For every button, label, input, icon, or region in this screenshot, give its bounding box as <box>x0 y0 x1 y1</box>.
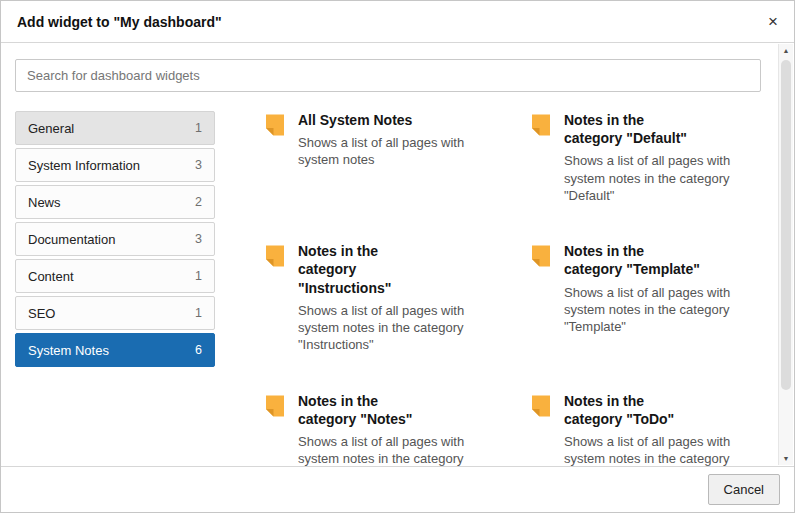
cancel-button[interactable]: Cancel <box>708 474 780 505</box>
widget-title: Notes in the category "Notes" <box>298 392 438 428</box>
widget-description: Shows a list of all pages with system no… <box>564 433 734 466</box>
widget-title: Notes in the category "Template" <box>564 242 704 278</box>
search-input[interactable] <box>15 59 761 92</box>
scroll-down-icon[interactable]: ▼ <box>783 455 790 462</box>
category-item-seo[interactable]: SEO 1 <box>15 296 215 330</box>
dialog-body: General 1 System Information 3 News 2 Do… <box>1 43 794 466</box>
category-list: General 1 System Information 3 News 2 Do… <box>15 111 215 370</box>
dialog-footer: Cancel <box>1 466 794 512</box>
category-label: SEO <box>28 306 55 321</box>
category-item-documentation[interactable]: Documentation 3 <box>15 222 215 256</box>
close-icon[interactable]: × <box>768 13 778 30</box>
widget-description: Shows a list of all pages with system no… <box>298 134 495 169</box>
note-icon <box>529 244 553 268</box>
widget-all-system-notes[interactable]: All System Notes Shows a list of all pag… <box>263 111 511 204</box>
widget-title: Notes in the category "Default" <box>564 111 704 147</box>
category-count: 3 <box>195 232 202 246</box>
category-item-system-notes[interactable]: System Notes 6 <box>15 333 215 367</box>
category-item-general[interactable]: General 1 <box>15 111 215 145</box>
category-label: System Information <box>28 158 140 173</box>
category-label: General <box>28 121 74 136</box>
widget-notes-template[interactable]: Notes in the category "Template" Shows a… <box>529 242 759 353</box>
category-count: 6 <box>195 343 202 357</box>
content-row: General 1 System Information 3 News 2 Do… <box>15 111 761 466</box>
widget-text: Notes in the category "Instructions" Sho… <box>298 242 495 353</box>
widget-description: Shows a list of all pages with system no… <box>298 433 495 466</box>
widget-title: All System Notes <box>298 111 438 129</box>
widget-text: Notes in the category "Default" Shows a … <box>564 111 734 204</box>
widget-text: Notes in the category "Notes" Shows a li… <box>298 392 495 466</box>
category-item-news[interactable]: News 2 <box>15 185 215 219</box>
note-icon <box>263 113 287 137</box>
note-icon <box>263 244 287 268</box>
widget-notes-instructions[interactable]: Notes in the category "Instructions" Sho… <box>263 242 511 353</box>
widget-description: Shows a list of all pages with system no… <box>564 284 734 336</box>
widget-text: Notes in the category "Template" Shows a… <box>564 242 734 353</box>
category-item-system-information[interactable]: System Information 3 <box>15 148 215 182</box>
category-item-content[interactable]: Content 1 <box>15 259 215 293</box>
category-count: 1 <box>195 269 202 283</box>
scrollbar-thumb[interactable] <box>781 60 791 390</box>
category-label: News <box>28 195 61 210</box>
widget-notes-notes[interactable]: Notes in the category "Notes" Shows a li… <box>263 392 511 466</box>
widget-list: All System Notes Shows a list of all pag… <box>263 111 759 466</box>
note-icon <box>263 394 287 418</box>
add-widget-dialog: Add widget to "My dashboard" × General 1… <box>0 0 795 513</box>
category-label: Documentation <box>28 232 115 247</box>
widget-title: Notes in the category "ToDo" <box>564 392 704 428</box>
dialog-title: Add widget to "My dashboard" <box>17 14 768 30</box>
category-count: 1 <box>195 306 202 320</box>
dialog-header: Add widget to "My dashboard" × <box>1 1 794 43</box>
category-count: 1 <box>195 121 202 135</box>
widget-description: Shows a list of all pages with system no… <box>298 302 495 354</box>
widget-text: All System Notes Shows a list of all pag… <box>298 111 495 204</box>
category-count: 2 <box>195 195 202 209</box>
note-icon <box>529 113 553 137</box>
widget-notes-todo[interactable]: Notes in the category "ToDo" Shows a lis… <box>529 392 759 466</box>
category-label: System Notes <box>28 343 109 358</box>
dialog-body-content: General 1 System Information 3 News 2 Do… <box>1 43 794 466</box>
note-icon <box>529 394 553 418</box>
widget-title: Notes in the category "Instructions" <box>298 242 438 297</box>
scrollbar[interactable]: ▲ ▼ <box>778 44 793 465</box>
widget-notes-default[interactable]: Notes in the category "Default" Shows a … <box>529 111 759 204</box>
category-count: 3 <box>195 158 202 172</box>
scroll-up-icon[interactable]: ▲ <box>783 47 790 54</box>
widget-text: Notes in the category "ToDo" Shows a lis… <box>564 392 734 466</box>
widget-description: Shows a list of all pages with system no… <box>564 152 734 204</box>
category-label: Content <box>28 269 74 284</box>
